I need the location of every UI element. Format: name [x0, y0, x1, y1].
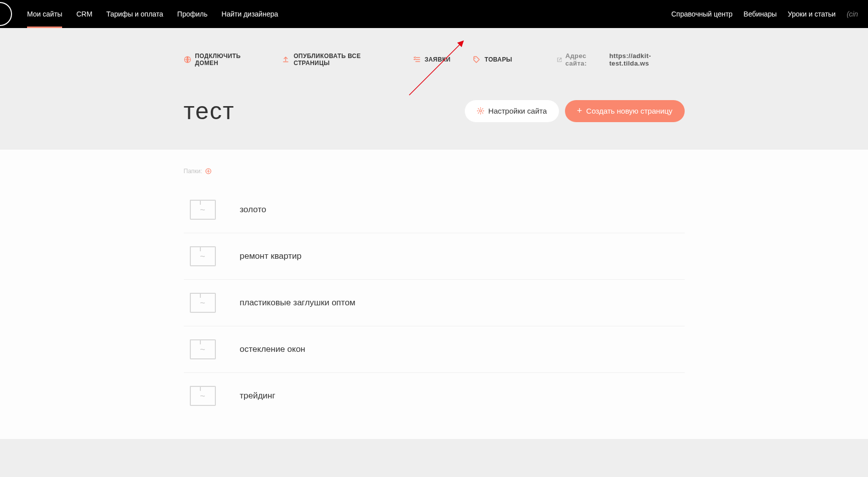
gear-icon [477, 107, 484, 115]
globe-icon [184, 56, 191, 64]
page-icon: ~ [190, 293, 216, 313]
nav-left: Мои сайты CRM Тарифы и оплата Профиль На… [0, 0, 285, 28]
external-link-icon [556, 57, 562, 63]
list-item[interactable]: ~ трейдинг [184, 373, 685, 419]
nav-webinars[interactable]: Вебинары [744, 10, 777, 18]
title-row: тест Настройки сайта + Создать новую стр… [184, 97, 685, 150]
site-address[interactable]: Адрес сайта: https://adkit-test.tilda.ws [556, 52, 685, 67]
logo-icon[interactable] [0, 2, 12, 26]
project-title: тест [184, 97, 235, 125]
nav-crm[interactable]: CRM [69, 0, 99, 28]
action-connect-domain[interactable]: ПОДКЛЮЧИТЬ ДОМЕН [184, 53, 260, 67]
nav-billing[interactable]: Тарифы и оплата [99, 0, 170, 28]
folders-label: Папки: [184, 168, 202, 175]
title-buttons: Настройки сайта + Создать новую страницу [465, 100, 685, 122]
list-item[interactable]: ~ пластиковые заглушки оптом [184, 280, 685, 326]
list-item[interactable]: ~ золото [184, 187, 685, 233]
list-icon [413, 56, 421, 64]
action-leads[interactable]: ЗАЯВКИ [413, 56, 451, 64]
page-icon: ~ [190, 246, 216, 266]
page-title: ремонт квартир [240, 251, 302, 261]
site-address-label: Адрес сайта: [565, 52, 607, 67]
page-title: остекление окон [240, 344, 306, 354]
action-products-label: ТОВАРЫ [484, 56, 512, 63]
page-title: трейдинг [240, 391, 275, 401]
action-products[interactable]: ТОВАРЫ [472, 56, 512, 64]
add-folder-icon[interactable] [205, 168, 211, 174]
create-page-button[interactable]: + Создать новую страницу [565, 100, 685, 122]
page-icon: ~ [190, 386, 216, 406]
top-nav: Мои сайты CRM Тарифы и оплата Профиль На… [0, 0, 868, 28]
nav-lessons[interactable]: Уроки и статьи [788, 10, 836, 18]
folders-label-row: Папки: [184, 168, 685, 175]
list-item[interactable]: ~ остекление окон [184, 326, 685, 373]
site-settings-label: Настройки сайта [488, 107, 547, 115]
page-icon: ~ [190, 200, 216, 220]
svg-line-2 [409, 41, 463, 95]
nav-help-center[interactable]: Справочный центр [671, 10, 732, 18]
list-item[interactable]: ~ ремонт квартир [184, 233, 685, 280]
nav-right: Справочный центр Вебинары Уроки и статьи… [671, 10, 868, 18]
tag-icon [472, 56, 480, 64]
action-publish-all[interactable]: ОПУБЛИКОВАТЬ ВСЕ СТРАНИЦЫ [282, 53, 390, 67]
svg-point-1 [475, 58, 476, 59]
site-address-url: https://adkit-test.tilda.ws [609, 52, 684, 67]
action-publish-all-label: ОПУБЛИКОВАТЬ ВСЕ СТРАНИЦЫ [294, 53, 391, 67]
action-bar: ПОДКЛЮЧИТЬ ДОМЕН ОПУБЛИКОВАТЬ ВСЕ СТРАНИ… [184, 52, 685, 67]
middle-wrap: ПОДКЛЮЧИТЬ ДОМЕН ОПУБЛИКОВАТЬ ВСЕ СТРАНИ… [184, 28, 685, 150]
page-title: пластиковые заглушки оптом [240, 298, 356, 308]
action-leads-label: ЗАЯВКИ [425, 56, 451, 63]
nav-cin-text: (cin [846, 10, 858, 18]
nav-my-sites[interactable]: Мои сайты [20, 0, 69, 28]
annotation-arrow [404, 35, 474, 100]
nav-profile[interactable]: Профиль [170, 0, 214, 28]
upload-icon [282, 56, 290, 64]
nav-find-designer[interactable]: Найти дизайнера [214, 0, 285, 28]
site-settings-button[interactable]: Настройки сайта [465, 100, 559, 122]
action-connect-domain-label: ПОДКЛЮЧИТЬ ДОМЕН [195, 53, 260, 67]
pages-inner: Папки: ~ золото ~ ремонт квартир ~ пласт… [184, 168, 685, 419]
page-icon: ~ [190, 339, 216, 359]
page-title: золото [240, 205, 266, 215]
svg-point-3 [479, 110, 481, 112]
plus-icon: + [577, 106, 583, 116]
pages-panel: Папки: ~ золото ~ ремонт квартир ~ пласт… [0, 150, 868, 439]
create-page-label: Создать новую страницу [586, 107, 672, 115]
